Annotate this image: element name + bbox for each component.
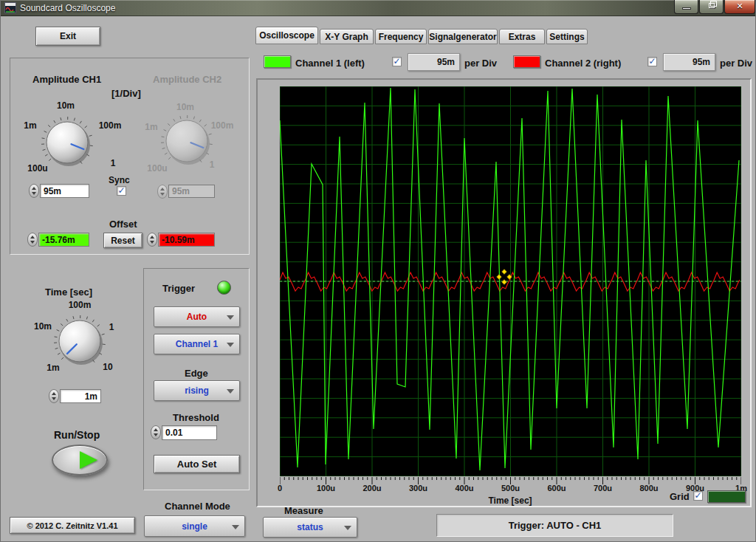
channel2-color-swatch[interactable]	[513, 55, 540, 68]
tab-signalgenerator[interactable]: Signalgenerator	[428, 29, 498, 44]
grid-color-swatch[interactable]	[707, 490, 746, 503]
trigger-mode-value: Auto	[187, 312, 207, 322]
offset-ch1-spinner[interactable]	[27, 233, 38, 247]
knob-label: 100m	[69, 300, 92, 310]
run-stop-button[interactable]	[52, 445, 108, 476]
amplitude-ch2-value: 95m	[168, 185, 215, 198]
channel2-per-div-label: per Div	[720, 58, 752, 69]
measure-label: Measure	[284, 505, 323, 516]
trigger-edge-value: rising	[185, 385, 209, 396]
offset-reset-button[interactable]: Reset	[103, 233, 142, 248]
chevron-down-icon	[227, 315, 234, 320]
x-tick-label: 400u	[455, 484, 473, 493]
close-icon: ✕	[725, 1, 755, 11]
trigger-mode-dropdown[interactable]: Auto	[154, 306, 240, 327]
chevron-down-icon	[227, 389, 234, 394]
trigger-status-display: Trigger: AUTO - CH1	[436, 514, 673, 537]
amplitude-ch1-spinner[interactable]	[29, 184, 39, 198]
channel1-label: Channel 1 (left)	[295, 58, 365, 69]
channel1-color-swatch[interactable]	[264, 55, 291, 68]
measure-value: status	[297, 522, 323, 532]
grid-label: Grid	[670, 491, 690, 502]
play-icon	[80, 451, 97, 469]
knob-label: 100m	[99, 120, 122, 131]
sync-label: Sync	[109, 175, 130, 185]
chevron-down-icon	[227, 343, 234, 347]
edge-label: Edge	[185, 368, 208, 379]
amplitude-ch2-knob: 10m 1m 100m 100u 1	[139, 96, 242, 176]
threshold-spinner[interactable]	[151, 425, 161, 439]
x-tick-label: 600u	[547, 484, 566, 493]
amplitude-ch2-title: Amplitude CH2	[153, 74, 221, 85]
chevron-down-icon	[232, 525, 239, 529]
run-stop-label: Run/Stop	[54, 429, 100, 441]
x-tick-label: 800u	[639, 484, 658, 493]
amplitude-ch1-knob[interactable]: 10m 1m 100m 100u 1	[19, 96, 123, 176]
x-tick-label: 300u	[409, 484, 427, 493]
tab-oscilloscope[interactable]: Oscilloscope	[255, 27, 318, 44]
channel-mode-dropdown[interactable]: single	[144, 515, 245, 537]
tab-settings[interactable]: Settings	[546, 29, 588, 44]
tab-extras[interactable]: Extras	[499, 29, 545, 44]
trigger-edge-dropdown[interactable]: rising	[154, 380, 240, 401]
trigger-source-dropdown[interactable]: Channel 1	[154, 334, 240, 354]
oscilloscope-plot[interactable]	[280, 86, 741, 476]
time-knob[interactable]: 100m 10m 1 1m 10	[32, 295, 128, 378]
auto-set-button[interactable]: Auto Set	[154, 455, 240, 473]
channel1-per-div-label: per Div	[464, 58, 497, 69]
time-spinner[interactable]	[49, 389, 59, 403]
channel2-per-div-value[interactable]: 95m	[663, 53, 715, 71]
channel2-enable-checkbox[interactable]: ✓	[647, 57, 657, 66]
channel2-label: Channel 2 (right)	[545, 58, 621, 69]
amplitude-ch1-value[interactable]: 95m	[40, 184, 89, 198]
time-value[interactable]: 1m	[60, 389, 101, 403]
title-bar[interactable]: Soundcard Oszilloscope ✕	[1, 0, 756, 16]
app-window: Soundcard Oszilloscope ✕ Exit Amplitude …	[0, 0, 756, 542]
channel-mode-value: single	[182, 521, 207, 532]
x-tick-label: 100u	[317, 484, 335, 493]
window-title: Soundcard Oszilloscope	[20, 3, 115, 13]
offset-ch2-value[interactable]: -10.59m	[158, 233, 215, 247]
minimize-icon	[682, 7, 691, 10]
x-tick-label: 200u	[362, 484, 381, 493]
threshold-label: Threshold	[173, 412, 219, 423]
channel1-per-div-value[interactable]: 95m	[408, 53, 460, 71]
channel-mode-label: Channel Mode	[165, 501, 230, 512]
knob-label: 10m	[57, 100, 75, 111]
sync-checkbox[interactable]: ✓	[117, 186, 126, 196]
trigger-led-indicator	[217, 281, 231, 295]
offset-ch1-value[interactable]: -15.76m	[38, 233, 89, 247]
x-tick-label: 700u	[594, 484, 612, 493]
offset-ch2-spinner[interactable]	[147, 233, 157, 247]
knob-label: 1	[111, 158, 116, 168]
x-tick-label: 0	[278, 484, 282, 493]
close-button[interactable]: ✕	[724, 0, 755, 14]
chevron-down-icon	[344, 526, 351, 530]
amplitude-ch2-spinner	[157, 185, 168, 199]
restore-button[interactable]	[699, 0, 724, 14]
knob-label: 1m	[24, 120, 36, 131]
exit-button[interactable]: Exit	[35, 27, 100, 46]
tab-xy-graph[interactable]: X-Y Graph	[320, 29, 374, 44]
x-tick-label: 500u	[501, 484, 520, 493]
grid-checkbox[interactable]: ✓	[693, 491, 703, 501]
copyright-button[interactable]: © 2012 C. Zeitnitz V1.41	[10, 517, 135, 534]
offset-label: Offset	[109, 219, 137, 230]
app-icon	[4, 2, 16, 13]
channel1-enable-checkbox[interactable]: ✓	[392, 57, 402, 66]
minimize-button[interactable]	[674, 0, 698, 14]
trigger-source-value: Channel 1	[176, 339, 218, 349]
measure-dropdown[interactable]: status	[263, 517, 357, 538]
tab-frequency[interactable]: Frequency	[375, 29, 427, 44]
x-axis-title: Time [sec]	[488, 495, 532, 506]
trigger-title: Trigger	[162, 283, 195, 294]
restore-icon	[709, 3, 715, 8]
amplitude-ch1-title: Amplitude CH1	[32, 74, 101, 85]
threshold-value[interactable]: 0.01	[162, 425, 217, 440]
